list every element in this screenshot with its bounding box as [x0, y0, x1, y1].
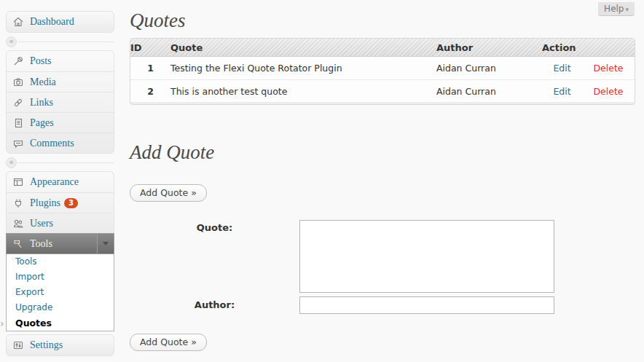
submenu-item-export[interactable]: Export: [7, 285, 114, 300]
quote-text: Testing the Flexi Quote Rotator Plugin: [170, 57, 436, 79]
table-row: 2 This is another test quote Aidan Curra…: [130, 79, 635, 102]
menu-separator: «: [6, 36, 114, 47]
menu-separator: «: [6, 157, 114, 168]
admin-menu-box: Appearance Plugins 3 Users: [6, 171, 114, 233]
quote-id: 1: [130, 57, 170, 79]
collapse-menu-icon[interactable]: «: [6, 157, 17, 168]
plugins-update-badge: 3: [64, 198, 78, 208]
author-field-label: Author:: [130, 296, 299, 314]
quote-textarea[interactable]: [299, 220, 554, 293]
table-header-row: ID Quote Author Action: [130, 39, 635, 57]
pushpin-icon: [12, 55, 24, 67]
document-icon: [12, 117, 24, 129]
admin-sidebar: Dashboard « Posts Media Links: [6, 0, 114, 356]
plug-icon: [12, 197, 24, 209]
author-form-row: Author:: [130, 296, 635, 314]
edit-link[interactable]: Edit: [553, 63, 570, 74]
submenu-item-quotes-current[interactable]: › Quotes: [7, 315, 114, 331]
submenu-item-tools[interactable]: Tools: [7, 254, 114, 269]
home-icon: [12, 16, 24, 28]
column-header-quote: Quote: [170, 39, 436, 57]
settings-sliders-icon: [12, 339, 24, 351]
quote-text: This is another test quote: [170, 79, 436, 102]
column-header-author: Author: [436, 39, 542, 57]
sidebar-item-label: Users: [30, 218, 53, 229]
sidebar-item-label: Dashboard: [30, 16, 74, 28]
sidebar-item-users[interactable]: Users: [7, 213, 114, 233]
sidebar-item-appearance[interactable]: Appearance: [7, 172, 114, 192]
sidebar-item-label: Links: [30, 97, 53, 109]
page-title: Quotes: [130, 9, 635, 32]
edit-link[interactable]: Edit: [553, 86, 570, 97]
add-quote-button-bottom[interactable]: Add Quote »: [130, 334, 207, 351]
submenu-item-import[interactable]: Import: [7, 269, 114, 285]
sidebar-item-label: Media: [30, 76, 56, 88]
tools-submenu: Tools Import Export Upgrade › Quotes: [6, 254, 114, 331]
author-input[interactable]: [299, 296, 554, 314]
layout-icon: [12, 176, 24, 188]
main-content: Quotes ID Quote Author Action 1 Testing …: [130, 0, 635, 351]
sidebar-item-label: Comments: [30, 138, 74, 149]
quotes-table: ID Quote Author Action 1 Testing the Fle…: [130, 39, 635, 102]
collapse-menu-icon[interactable]: «: [6, 36, 17, 47]
chain-link-icon: [12, 97, 24, 109]
sidebar-item-posts[interactable]: Posts: [7, 51, 114, 71]
submenu-item-label: Quotes: [15, 318, 52, 328]
sidebar-item-label: Plugins: [30, 197, 60, 209]
separator-line: [18, 42, 114, 42]
sidebar-item-media[interactable]: Media: [7, 71, 114, 92]
sidebar-item-label: Posts: [30, 55, 52, 67]
sidebar-item-comments[interactable]: Comments: [7, 133, 114, 153]
add-quote-button-top[interactable]: Add Quote »: [130, 184, 207, 202]
table-row: 1 Testing the Flexi Quote Rotator Plugin…: [130, 57, 635, 79]
quote-author: Aidan Curran: [436, 57, 542, 79]
dashboard-menu-box: Dashboard: [6, 11, 114, 33]
camera-icon: [12, 76, 24, 88]
submenu-item-upgrade[interactable]: Upgrade: [7, 300, 114, 315]
sidebar-item-label: Pages: [30, 117, 54, 129]
settings-menu-box: Settings: [6, 334, 114, 356]
sidebar-item-settings[interactable]: Settings: [7, 335, 114, 355]
menu-toggle-arrow[interactable]: [97, 234, 114, 253]
speech-bubble-icon: [12, 138, 24, 149]
chevron-down-icon: [103, 242, 109, 245]
sidebar-item-label: Tools: [30, 238, 52, 250]
add-quote-section-title: Add Quote: [130, 141, 635, 164]
content-menu-box: Posts Media Links Pages Comments: [6, 50, 114, 154]
delete-link[interactable]: Delete: [593, 63, 623, 74]
hammer-icon: [12, 238, 24, 250]
sidebar-item-links[interactable]: Links: [7, 92, 114, 112]
sidebar-item-tools-open[interactable]: Tools: [6, 233, 114, 254]
sidebar-item-label: Appearance: [30, 176, 79, 188]
sidebar-item-dashboard[interactable]: Dashboard: [7, 12, 114, 32]
quote-id: 2: [130, 79, 170, 102]
column-header-id: ID: [130, 39, 170, 57]
quotes-table-container: ID Quote Author Action 1 Testing the Fle…: [130, 38, 635, 105]
sidebar-item-pages[interactable]: Pages: [7, 112, 114, 133]
quote-form-row: Quote:: [130, 220, 635, 293]
delete-link[interactable]: Delete: [593, 86, 623, 97]
quote-author: Aidan Curran: [436, 79, 542, 102]
sidebar-item-plugins[interactable]: Plugins 3: [7, 192, 114, 213]
current-item-pointer-icon: ›: [0, 316, 4, 331]
quote-field-label: Quote:: [130, 220, 299, 293]
sidebar-item-label: Settings: [30, 339, 63, 351]
users-icon: [12, 218, 24, 229]
column-header-action: Action: [542, 39, 635, 57]
separator-line: [18, 162, 114, 163]
